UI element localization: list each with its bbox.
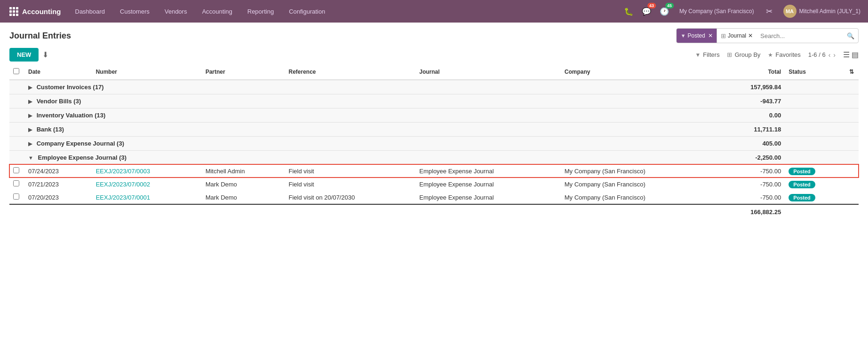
group-row-total: 11,711.18 — [718, 123, 785, 137]
row-reference[interactable]: Field visit on 20/07/2030 — [285, 191, 416, 204]
row-total: -750.00 — [718, 191, 785, 204]
col-partner[interactable]: Partner — [202, 64, 285, 80]
row-journal[interactable]: Employee Expense Journal — [416, 178, 561, 191]
row-number[interactable]: EEXJ/2023/07/0002 — [92, 178, 202, 191]
row-number[interactable]: EEXJ/2023/07/0003 — [92, 164, 202, 178]
group-row[interactable]: ▶ Inventory Valuation (13) 0.00 — [9, 108, 859, 123]
filter-tag-posted-close[interactable]: ✕ — [708, 32, 713, 39]
brand-logo[interactable]: Accounting — [4, 7, 67, 16]
group-toggle-icon[interactable]: ▶ — [28, 127, 32, 132]
group-toggle-icon[interactable]: ▶ — [28, 99, 32, 104]
row-checkbox-cell[interactable] — [9, 164, 24, 178]
col-number[interactable]: Number — [92, 64, 202, 80]
col-total[interactable]: Total — [718, 64, 785, 80]
filter-tag-journal[interactable]: ⊞ Journal ✕ — [717, 29, 757, 43]
pagination: 1-6 / 6 ‹ › — [808, 51, 836, 59]
star-icon: ★ — [768, 52, 773, 58]
avatar: MA — [783, 5, 797, 18]
list-view-button[interactable]: ☰ — [843, 50, 850, 59]
clock-icon-btn[interactable]: 🕐 45 — [657, 4, 672, 19]
nav-accounting[interactable]: Accounting — [196, 0, 239, 23]
group-row-label[interactable]: ▶ Inventory Valuation (13) — [24, 108, 718, 123]
group-row-label[interactable]: ▶ Vendor Bills (3) — [24, 94, 718, 108]
group-toggle-icon[interactable]: ▶ — [28, 85, 32, 90]
row-reference[interactable]: Field visit — [285, 164, 416, 178]
user-menu[interactable]: MA Mitchell Admin (JULY_1) — [780, 5, 865, 18]
settings-icon-btn[interactable]: ✂ — [762, 4, 777, 19]
col-company[interactable]: Company — [561, 64, 718, 80]
select-all-header[interactable] — [9, 64, 24, 80]
row-reference[interactable]: Field visit — [285, 178, 416, 191]
status-badge: Posted — [789, 181, 815, 188]
group-row-label[interactable]: ▶ Bank (13) — [24, 123, 718, 137]
nav-customers[interactable]: Customers — [113, 0, 156, 23]
grand-total-spacer — [9, 204, 718, 219]
row-checkbox[interactable] — [13, 167, 19, 173]
filters-button[interactable]: ▼ Filters — [695, 51, 719, 58]
row-company[interactable]: My Company (San Francisco) — [561, 191, 718, 204]
chat-badge: 43 — [647, 3, 656, 8]
row-number[interactable]: EEXJ/2023/07/0001 — [92, 191, 202, 204]
filter-tag-journal-close[interactable]: ✕ — [748, 32, 753, 39]
grand-total-row: 166,882.25 — [9, 204, 859, 219]
status-badge: Posted — [789, 168, 815, 175]
download-button[interactable]: ⬇ — [42, 50, 48, 59]
search-input[interactable] — [757, 29, 843, 43]
group-row-total: -943.77 — [718, 94, 785, 108]
row-partner[interactable]: Mark Demo — [202, 178, 285, 191]
group-by-button[interactable]: ⊞ Group By — [727, 51, 760, 58]
bug-icon-btn[interactable]: 🐛 — [621, 4, 636, 19]
filter-tag-journal-label: Journal — [728, 32, 746, 39]
row-date[interactable]: 07/24/2023 — [24, 164, 92, 178]
select-all-checkbox[interactable] — [13, 68, 19, 74]
new-button[interactable]: NEW — [9, 48, 39, 62]
row-checkbox-cell[interactable] — [9, 191, 24, 204]
row-partner[interactable]: Mark Demo — [202, 191, 285, 204]
table-row[interactable]: 07/20/2023 EEXJ/2023/07/0001 Mark Demo F… — [9, 191, 859, 204]
table-row[interactable]: 07/24/2023 EEXJ/2023/07/0003 Mitchell Ad… — [9, 164, 859, 178]
pagination-prev[interactable]: ‹ — [829, 51, 831, 59]
row-date[interactable]: 07/20/2023 — [24, 191, 92, 204]
group-row-label[interactable]: ▶ Company Expense Journal (3) — [24, 137, 718, 151]
nav-reporting[interactable]: Reporting — [241, 0, 280, 23]
group-row-label[interactable]: ▶ Customer Invoices (17) — [24, 80, 718, 94]
chat-icon-btn[interactable]: 💬 43 — [639, 4, 654, 19]
row-journal[interactable]: Employee Expense Journal — [416, 164, 561, 178]
group-row[interactable]: ▶ Bank (13) 11,711.18 — [9, 123, 859, 137]
row-company[interactable]: My Company (San Francisco) — [561, 178, 718, 191]
favorites-button[interactable]: ★ Favorites — [768, 51, 800, 58]
group-view-button[interactable]: ▤ — [852, 50, 859, 59]
nav-configuration[interactable]: Configuration — [282, 0, 331, 23]
table-row[interactable]: 07/21/2023 EEXJ/2023/07/0002 Mark Demo F… — [9, 178, 859, 191]
filter-tag-posted[interactable]: ▼ Posted ✕ — [677, 29, 716, 43]
row-date[interactable]: 07/21/2023 — [24, 178, 92, 191]
row-checkbox[interactable] — [13, 180, 19, 186]
col-reference[interactable]: Reference — [285, 64, 416, 80]
row-company[interactable]: My Company (San Francisco) — [561, 164, 718, 178]
group-row[interactable]: ▶ Company Expense Journal (3) 405.00 — [9, 137, 859, 151]
group-toggle-icon[interactable]: ▶ — [28, 113, 32, 118]
pagination-next[interactable]: › — [833, 51, 836, 59]
row-checkbox[interactable] — [13, 193, 19, 200]
action-left: NEW ⬇ — [9, 48, 48, 62]
row-journal[interactable]: Employee Expense Journal — [416, 191, 561, 204]
row-checkbox-cell[interactable] — [9, 178, 24, 191]
nav-dashboard[interactable]: Dashboard — [69, 0, 112, 23]
group-row[interactable]: ▶ Vendor Bills (3) -943.77 — [9, 94, 859, 108]
group-row[interactable]: ▶ Customer Invoices (17) 157,959.84 — [9, 80, 859, 94]
col-settings[interactable]: ⇅ — [845, 64, 859, 80]
view-buttons: ☰ ▤ — [843, 50, 859, 59]
group-toggle-icon[interactable]: ▼ — [28, 155, 33, 161]
col-journal[interactable]: Journal — [416, 64, 561, 80]
group-toggle-icon[interactable]: ▶ — [28, 141, 32, 147]
filter-tag-posted-label: Posted — [687, 32, 705, 39]
nav-vendors[interactable]: Vendors — [158, 0, 194, 23]
group-row[interactable]: ▼ Employee Expense Journal (3) -2,250.00 — [9, 151, 859, 165]
row-partner[interactable]: Mitchell Admin — [202, 164, 285, 178]
search-button[interactable]: 🔍 — [843, 32, 858, 39]
group-row-label[interactable]: ▼ Employee Expense Journal (3) — [24, 151, 718, 165]
group-row-total: 0.00 — [718, 108, 785, 123]
col-status[interactable]: Status — [785, 64, 845, 80]
col-date[interactable]: Date — [24, 64, 92, 80]
company-selector[interactable]: My Company (San Francisco) — [675, 8, 759, 15]
